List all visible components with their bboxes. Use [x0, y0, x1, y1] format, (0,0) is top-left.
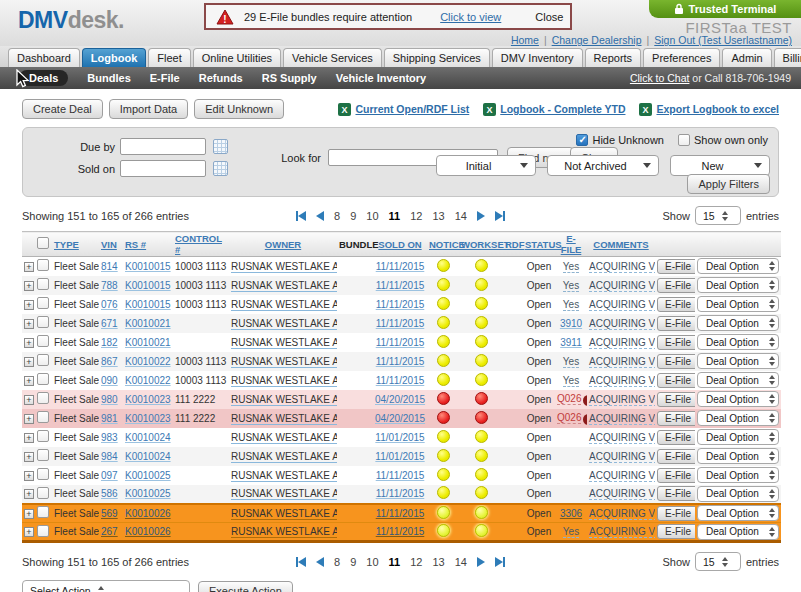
owner-link[interactable]: RUSNAK WESTLAKE AUDI [231, 299, 337, 311]
notice-dot-icon[interactable] [437, 373, 450, 386]
pagination-prev-button[interactable] [316, 211, 324, 221]
notice-dot-icon[interactable] [437, 259, 450, 272]
export-link-export-logbook-to-excel[interactable]: XExport Logbook to excel [639, 103, 779, 116]
comments-text[interactable]: ACQUIRING VEHIC... [589, 432, 655, 444]
sold-date-link[interactable]: 11/11/2015 [376, 526, 425, 537]
deal-option-dropdown[interactable]: Deal Option [697, 296, 779, 312]
notice-dot-icon[interactable] [437, 468, 450, 481]
owner-link[interactable]: RUSNAK WESTLAKE AUDI [231, 470, 337, 482]
owner-link[interactable]: RUSNAK WESTLAKE AUDI [231, 375, 337, 387]
show-own-only-checkbox[interactable] [678, 134, 690, 146]
sold-date-link[interactable]: 04/20/2015 [375, 413, 425, 424]
comments-text[interactable]: ACQUIRING VEHIC... [589, 337, 655, 349]
vin-link[interactable]: 983 [101, 432, 118, 443]
alert-close-button[interactable]: Close [535, 11, 563, 23]
rs-number-link[interactable]: K0010023 [125, 394, 171, 405]
row-efile-button[interactable]: E-File [657, 411, 695, 426]
header-link-home[interactable]: Home [511, 34, 539, 46]
workset-dot-icon[interactable] [475, 259, 488, 272]
comments-text[interactable]: ACQUIRING VEHIC... [589, 318, 655, 330]
vin-link[interactable]: 586 [101, 488, 118, 499]
vin-link[interactable]: 076 [101, 299, 118, 310]
efile-bundle-link[interactable]: 3306 [560, 508, 582, 519]
row-checkbox[interactable] [37, 449, 49, 461]
notice-dot-icon[interactable] [437, 486, 450, 499]
row-efile-button[interactable]: E-File [657, 430, 695, 445]
notice-dot-icon[interactable] [437, 316, 450, 329]
row-checkbox[interactable] [37, 373, 49, 385]
efile-value[interactable]: Yes [563, 299, 579, 311]
expand-row-button[interactable]: + [24, 376, 34, 386]
comments-text[interactable]: ACQUIRING VEHIC... [589, 526, 655, 538]
tab-dashboard[interactable]: Dashboard [8, 48, 80, 67]
workset-dot-icon[interactable] [475, 486, 488, 499]
row-efile-button[interactable]: E-File [657, 524, 695, 539]
page-size-select[interactable]: 15 [695, 206, 741, 225]
efile-value[interactable]: Yes [563, 526, 579, 538]
expand-row-button[interactable]: + [24, 338, 34, 348]
vin-link[interactable]: 814 [101, 261, 118, 272]
notice-dot-icon[interactable] [437, 430, 450, 443]
sold-date-link[interactable]: 11/11/2015 [376, 299, 425, 310]
row-checkbox[interactable] [37, 392, 49, 404]
deal-option-dropdown[interactable]: Deal Option [697, 429, 779, 445]
column-header-sold-on[interactable]: SOLD ON [373, 232, 427, 257]
row-efile-button[interactable]: E-File [657, 506, 695, 521]
notice-dot-icon[interactable] [437, 411, 450, 424]
tab-vehicle-services[interactable]: Vehicle Services [283, 48, 382, 67]
sold-date-link[interactable]: 11/01/2015 [375, 432, 424, 443]
expand-row-button[interactable]: + [24, 527, 34, 537]
notice-dot-icon[interactable] [437, 335, 450, 348]
owner-link[interactable]: RUSNAK WESTLAKE AUDI [231, 488, 337, 500]
sold-date-link[interactable]: 11/11/2015 [376, 318, 425, 329]
pagination-page-9[interactable]: 9 [350, 210, 356, 222]
pagination-page-11[interactable]: 11 [389, 556, 401, 568]
pagination-page-12[interactable]: 12 [410, 556, 422, 568]
sold-date-link[interactable]: 11/11/2015 [376, 375, 425, 386]
comments-text[interactable]: ACQUIRING VEHIC... [589, 299, 655, 311]
rs-number-link[interactable]: K0010022 [125, 375, 171, 386]
deal-option-dropdown[interactable]: Deal Option [697, 467, 779, 483]
vin-link[interactable]: 182 [101, 337, 118, 348]
column-header-status[interactable]: STATUS [523, 232, 555, 257]
row-checkbox[interactable] [37, 468, 49, 480]
pagination-first-button[interactable] [296, 211, 306, 221]
workset-dot-icon[interactable] [475, 411, 488, 424]
vin-link[interactable]: 569 [101, 508, 118, 519]
sold-date-link[interactable]: 04/20/2015 [375, 394, 425, 405]
workset-dot-icon[interactable] [475, 354, 488, 367]
workset-dot-icon[interactable] [475, 373, 488, 386]
owner-link[interactable]: RUSNAK WESTLAKE AUDI [231, 526, 337, 538]
owner-link[interactable]: RUSNAK WESTLAKE AUDI [231, 280, 337, 292]
row-efile-button[interactable]: E-File [657, 354, 695, 369]
toolbar-button-edit-unknown[interactable]: Edit Unknown [194, 99, 284, 119]
tab-fleet[interactable]: Fleet [148, 48, 190, 67]
deal-option-dropdown[interactable]: Deal Option [697, 486, 779, 502]
expand-row-button[interactable]: + [24, 281, 34, 291]
rs-number-link[interactable]: K0010015 [125, 261, 171, 272]
comments-text[interactable]: ACQUIRING VEHIC... [589, 394, 655, 406]
pagination-page-10[interactable]: 10 [366, 210, 378, 222]
column-header-comments[interactable]: COMMENTS [587, 232, 655, 257]
comments-text[interactable]: ACQUIRING VEHIC... [589, 451, 655, 463]
page-size-select[interactable]: 15 [695, 552, 741, 571]
sold-date-link[interactable]: 11/01/2015 [375, 451, 424, 462]
row-efile-button[interactable]: E-File [657, 297, 695, 312]
column-header-vin[interactable]: VIN [99, 232, 123, 257]
deal-option-dropdown[interactable]: Deal Option [697, 372, 779, 388]
deal-option-dropdown[interactable]: Deal Option [697, 258, 779, 274]
expand-row-button[interactable]: + [24, 509, 34, 519]
vin-link[interactable]: 867 [101, 356, 118, 367]
workset-dot-icon[interactable] [475, 506, 488, 519]
row-efile-button[interactable]: E-File [657, 449, 695, 464]
efile-value[interactable]: Yes [563, 356, 579, 368]
vin-link[interactable]: 090 [101, 375, 118, 386]
deal-option-dropdown[interactable]: Deal Option [697, 448, 779, 464]
rs-number-link[interactable]: K0010021 [125, 318, 171, 329]
pagination-page-8[interactable]: 8 [334, 210, 340, 222]
owner-link[interactable]: RUSNAK WESTLAKE AUDI [231, 432, 337, 444]
sold-date-link[interactable]: 11/11/2015 [376, 488, 425, 499]
pagination-first-button[interactable] [296, 557, 306, 567]
pagination-page-8[interactable]: 8 [334, 556, 340, 568]
rs-number-link[interactable]: K0010025 [125, 488, 171, 499]
